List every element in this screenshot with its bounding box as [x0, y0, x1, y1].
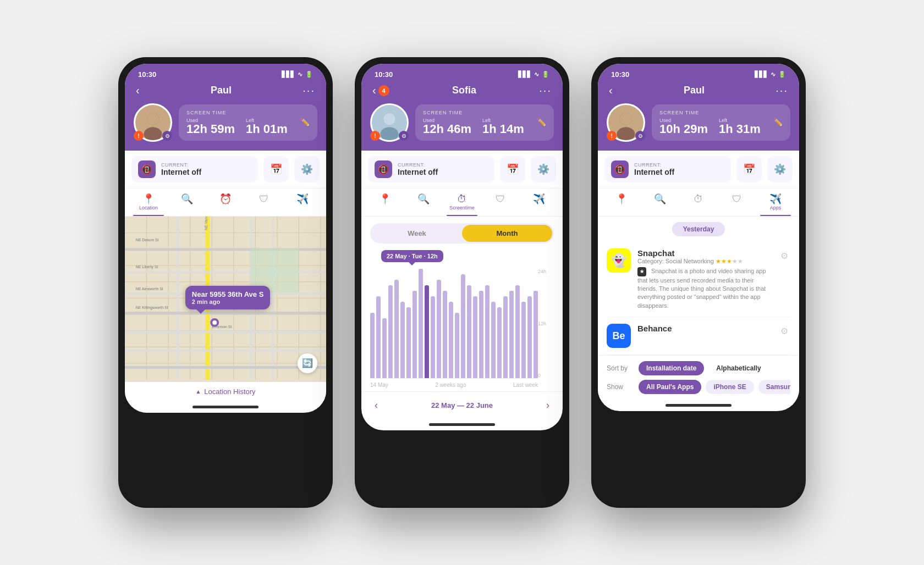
bar-1: [376, 296, 381, 378]
location-pin-1: Near 5955 36th Ave S 2 min ago: [185, 286, 271, 309]
x-label-1: 14 May: [370, 382, 388, 388]
back-button-3[interactable]: ‹: [609, 84, 613, 97]
sort-installation-btn[interactable]: Installation date: [639, 361, 704, 375]
svg-point-46: [383, 113, 395, 125]
current-text-3: CURRENT: Internet off: [634, 162, 674, 176]
home-bar-3: [666, 404, 732, 407]
current-icon-3: 📵: [611, 160, 629, 178]
time-filter-3: Yesterday: [607, 222, 790, 236]
bar-5: [400, 302, 405, 378]
time-filter-btn-3[interactable]: Yesterday: [672, 222, 725, 236]
avatar-settings-2[interactable]: ⚙: [399, 131, 409, 141]
settings-btn-3[interactable]: ⚙️: [767, 156, 793, 182]
tab-search-1[interactable]: 🔍: [168, 189, 206, 216]
edit-icon-1[interactable]: ✏️: [300, 118, 310, 126]
snapchat-rating-badge: ★: [637, 267, 646, 276]
tab-plane-2[interactable]: ✈️: [520, 189, 558, 216]
chart-nav-label-2: 22 May — 22 June: [431, 401, 493, 409]
profile-section-2: ! ⚙ SCREEN TIME Used 12h 46m Left 1h 14m: [361, 103, 563, 151]
bar-17: [473, 296, 477, 378]
avatar-settings-3[interactable]: ⚙: [635, 131, 645, 141]
used-time-1: Used 12h 59m: [186, 118, 235, 135]
edit-icon-3[interactable]: ✏️: [773, 118, 783, 126]
tab-bar-1: 📍 Location 🔍 ⏰ 🛡 ✈️: [125, 189, 326, 217]
bar-4: [394, 280, 399, 378]
tab-bar-2: 📍 🔍 ⏱ Screentime 🛡 ✈️: [361, 189, 563, 217]
schedule-btn-1[interactable]: 📅: [263, 156, 289, 182]
home-bar-2: [429, 423, 495, 426]
current-icon-1: 📵: [138, 160, 156, 178]
left-value-1: 1h 01m: [246, 122, 288, 136]
tab-location-3[interactable]: 📍: [602, 189, 641, 216]
profile-section-3: ! ⚙ SCREEN TIME Used 10h 29m Left 1h 31m: [598, 103, 799, 151]
more-button-1[interactable]: ···: [302, 84, 315, 97]
tab-location-1[interactable]: 📍 Location: [129, 189, 168, 216]
svg-point-49: [617, 127, 635, 141]
more-button-3[interactable]: ···: [776, 84, 788, 97]
tab-plane-1[interactable]: ✈️: [283, 189, 322, 216]
location-history-bar-1[interactable]: ▲ Location History: [125, 382, 326, 401]
used-value-3: 10h 29m: [659, 122, 708, 136]
tab-search-3[interactable]: 🔍: [641, 189, 679, 216]
x-label-2: 2 weeks ago: [435, 382, 466, 388]
battery-icon-1: 🔋: [305, 71, 313, 78]
left-value-2: 1h 14m: [482, 122, 524, 136]
svg-point-3: [147, 113, 159, 125]
snapchat-details: Snapchat Category: Social Networking ★★★…: [637, 248, 772, 310]
search-tab-icon-3: 🔍: [654, 194, 666, 204]
schedule-btn-2[interactable]: 📅: [500, 156, 525, 182]
tab-screentime-2[interactable]: ⏱ Screentime: [443, 189, 481, 216]
tab-shield-2[interactable]: 🛡: [481, 189, 520, 216]
sort-row-3: Sort by Installation date Alphabetically: [607, 361, 790, 375]
wifi-icon-1: ∿: [298, 71, 302, 78]
show-samsung-btn[interactable]: Samsung Ga...: [758, 380, 790, 394]
tab-shield-3[interactable]: 🛡: [718, 189, 756, 216]
used-value-2: 12h 46m: [423, 122, 471, 136]
status-icons-2: ▋▋▋ ∿ 🔋: [518, 71, 549, 78]
tab-shield-1[interactable]: 🛡: [245, 189, 283, 216]
show-all-btn[interactable]: All Paul's Apps: [639, 380, 701, 394]
bar-15: [461, 274, 465, 378]
current-text-1: CURRENT: Internet off: [161, 162, 201, 176]
app-header-2: ‹ 4 Sofia ···: [361, 82, 563, 103]
svg-rect-24: [177, 217, 179, 380]
avatar-settings-1[interactable]: ⚙: [162, 131, 172, 141]
week-btn-2[interactable]: Week: [372, 225, 462, 242]
more-button-2[interactable]: ···: [539, 84, 552, 97]
sort-alpha-btn[interactable]: Alphabetically: [708, 361, 768, 375]
show-iphonese-btn[interactable]: iPhone SE: [706, 380, 754, 394]
bar-13: [449, 302, 453, 378]
settings-btn-2[interactable]: ⚙️: [531, 156, 556, 182]
tab-clock-1[interactable]: ⏰: [206, 189, 245, 216]
month-btn-2[interactable]: Month: [462, 225, 552, 242]
chart-prev-btn-2[interactable]: ‹: [370, 397, 382, 413]
bar-10: [431, 296, 435, 378]
chart-next-btn-2[interactable]: ›: [542, 397, 554, 413]
back-button-1[interactable]: ‹: [136, 84, 140, 97]
schedule-btn-3[interactable]: 📅: [736, 156, 762, 182]
location-history-label-1: Location History: [204, 387, 255, 396]
current-bar-2: 📵 CURRENT: Internet off 📅 ⚙️: [361, 151, 563, 189]
map-refresh-1[interactable]: 🔄: [298, 353, 317, 373]
screen-time-card-1: SCREEN TIME Used 12h 59m Left 1h 01m ✏️: [179, 104, 317, 141]
svg-rect-33: [125, 366, 326, 369]
snapchat-settings-btn[interactable]: ⚙: [778, 248, 790, 263]
tab-apps-3[interactable]: ✈️ Apps: [756, 189, 795, 216]
signal-icon-3: ▋▋▋: [755, 71, 768, 78]
avatar-3: ! ⚙: [607, 103, 645, 142]
behance-settings-btn[interactable]: ⚙: [778, 324, 790, 339]
badge-back-2: ‹ 4: [372, 84, 389, 97]
home-indicator-3: [598, 400, 799, 411]
tab-search-2[interactable]: 🔍: [404, 189, 443, 216]
back-button-2[interactable]: ‹: [372, 84, 376, 97]
svg-rect-30: [125, 312, 326, 314]
home-indicator-1: [125, 401, 326, 413]
edit-icon-2[interactable]: ✏️: [537, 118, 546, 126]
wifi-icon-3: ∿: [771, 71, 776, 78]
tab-location-2[interactable]: 📍: [366, 189, 404, 216]
settings-btn-1[interactable]: ⚙️: [294, 156, 320, 182]
screen-time-values-2: Used 12h 46m Left 1h 14m ✏️: [423, 118, 546, 135]
used-time-3: Used 10h 29m: [659, 118, 708, 135]
snapchat-category-text: Category: Social Networking: [637, 258, 714, 264]
tab-clock-3[interactable]: ⏱: [679, 189, 718, 216]
